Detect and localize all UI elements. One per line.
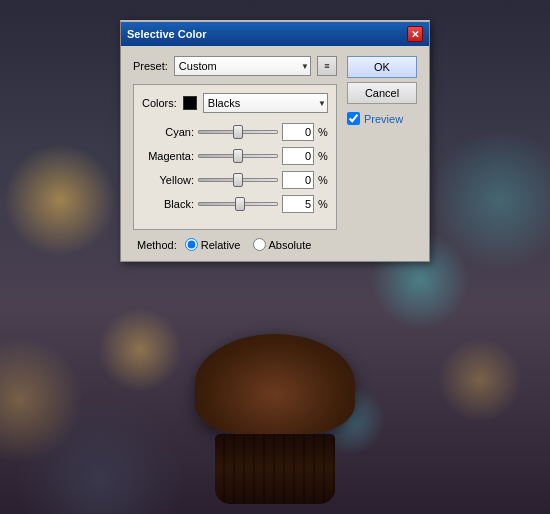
colors-select[interactable]: Reds Yellows Greens Cyans Blues Magentas…: [203, 93, 328, 113]
black-label: Black:: [142, 198, 194, 210]
dialog-titlebar: Selective Color ✕: [121, 22, 429, 46]
method-radio-group: Relative Absolute: [185, 238, 312, 251]
dialog-overlay: Selective Color ✕ Preset: Custom Default…: [0, 0, 550, 514]
colors-group-box: Colors: Reds Yellows Greens Cyans Blues …: [133, 84, 337, 230]
colors-dropdown-wrapper: Reds Yellows Greens Cyans Blues Magentas…: [203, 93, 328, 113]
cyan-slider-row: Cyan: %: [142, 123, 328, 141]
dialog-left-panel: Preset: Custom Default ▼ ≡ Colors:: [133, 56, 337, 251]
black-value-input[interactable]: [282, 195, 314, 213]
yellow-value-input[interactable]: [282, 171, 314, 189]
dialog-body: Preset: Custom Default ▼ ≡ Colors:: [121, 46, 429, 261]
method-label: Method:: [137, 239, 177, 251]
yellow-slider[interactable]: [198, 172, 278, 188]
preview-label[interactable]: Preview: [364, 113, 403, 125]
cyan-value-input[interactable]: [282, 123, 314, 141]
preset-dropdown-wrapper: Custom Default ▼: [174, 56, 311, 76]
method-absolute-item[interactable]: Absolute: [253, 238, 312, 251]
cyan-label: Cyan:: [142, 126, 194, 138]
black-slider[interactable]: [198, 196, 278, 212]
magenta-value-input[interactable]: [282, 147, 314, 165]
preview-checkbox[interactable]: [347, 112, 360, 125]
preset-options-button[interactable]: ≡: [317, 56, 337, 76]
cyan-slider[interactable]: [198, 124, 278, 140]
selective-color-dialog: Selective Color ✕ Preset: Custom Default…: [120, 20, 430, 262]
magenta-slider-row: Magenta: %: [142, 147, 328, 165]
yellow-percent: %: [318, 174, 328, 186]
black-track-wrapper: [198, 196, 278, 212]
preset-row: Preset: Custom Default ▼ ≡: [133, 56, 337, 76]
close-button[interactable]: ✕: [407, 26, 423, 42]
color-swatch: [183, 96, 197, 110]
yellow-label: Yellow:: [142, 174, 194, 186]
ok-button[interactable]: OK: [347, 56, 417, 78]
magenta-slider[interactable]: [198, 148, 278, 164]
relative-label[interactable]: Relative: [201, 239, 241, 251]
black-slider-row: Black: %: [142, 195, 328, 213]
black-percent: %: [318, 198, 328, 210]
cyan-track-wrapper: [198, 124, 278, 140]
dialog-title: Selective Color: [127, 28, 206, 40]
preview-row: Preview: [347, 112, 417, 125]
dialog-right-panel: OK Cancel Preview: [347, 56, 417, 251]
yellow-slider-row: Yellow: %: [142, 171, 328, 189]
colors-row: Colors: Reds Yellows Greens Cyans Blues …: [142, 93, 328, 113]
colors-label: Colors:: [142, 97, 177, 109]
magenta-track-wrapper: [198, 148, 278, 164]
yellow-track-wrapper: [198, 172, 278, 188]
method-relative-item[interactable]: Relative: [185, 238, 241, 251]
absolute-label[interactable]: Absolute: [269, 239, 312, 251]
method-row: Method: Relative Absolute: [133, 238, 337, 251]
absolute-radio[interactable]: [253, 238, 266, 251]
magenta-percent: %: [318, 150, 328, 162]
preset-select[interactable]: Custom Default: [174, 56, 311, 76]
magenta-label: Magenta:: [142, 150, 194, 162]
cyan-percent: %: [318, 126, 328, 138]
cancel-button[interactable]: Cancel: [347, 82, 417, 104]
preset-label: Preset:: [133, 60, 168, 72]
relative-radio[interactable]: [185, 238, 198, 251]
